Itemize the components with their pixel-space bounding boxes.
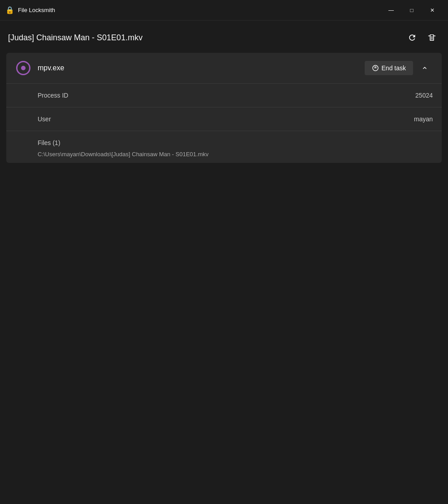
collapse-button[interactable] — [417, 60, 433, 76]
user-label: User — [38, 115, 51, 123]
refresh-button[interactable] — [404, 30, 420, 46]
app-icon: 🔒 — [5, 6, 14, 15]
process-icon-wrapper — [15, 60, 31, 76]
file-name: [Judas] Chainsaw Man - S01E01.mkv — [8, 33, 142, 43]
files-section: Files (1) C:\Users\mayan\Downloads\[Juda… — [6, 131, 442, 163]
process-id-label: Process ID — [38, 92, 68, 99]
app-title: File Locksmith — [18, 7, 55, 13]
file-header-actions — [404, 30, 440, 46]
files-label: Files (1) — [38, 139, 433, 146]
close-button[interactable]: ✕ — [422, 0, 443, 21]
process-name: mpv.exe — [38, 64, 64, 72]
title-bar: 🔒 File Locksmith — □ ✕ — [0, 0, 448, 21]
chevron-up-icon — [421, 64, 428, 72]
process-left: mpv.exe — [15, 60, 64, 76]
process-actions: End task — [365, 60, 433, 76]
user-value: mayan — [414, 115, 433, 123]
file-header: [Judas] Chainsaw Man - S01E01.mkv — [6, 30, 442, 46]
file-path: C:\Users\mayan\Downloads\[Judas] Chainsa… — [38, 151, 433, 158]
title-bar-left: 🔒 File Locksmith — [5, 6, 55, 15]
minimize-button[interactable]: — — [381, 0, 401, 21]
maximize-button[interactable]: □ — [401, 0, 422, 21]
settings-button[interactable] — [424, 30, 440, 46]
user-row: User mayan — [6, 107, 442, 131]
settings-icon — [427, 33, 436, 42]
process-id-row: Process ID 25024 — [6, 84, 442, 107]
main-content: [Judas] Chainsaw Man - S01E01.mkv — [0, 21, 448, 172]
end-task-button[interactable]: End task — [365, 61, 413, 75]
target-icon — [16, 61, 30, 75]
process-id-value: 25024 — [415, 92, 433, 99]
process-header: mpv.exe End task — [6, 53, 442, 84]
process-card: mpv.exe End task Process ID 25024 — [6, 53, 442, 163]
window-controls: — □ ✕ — [381, 0, 443, 21]
end-task-icon — [372, 64, 379, 72]
refresh-icon — [408, 33, 417, 42]
